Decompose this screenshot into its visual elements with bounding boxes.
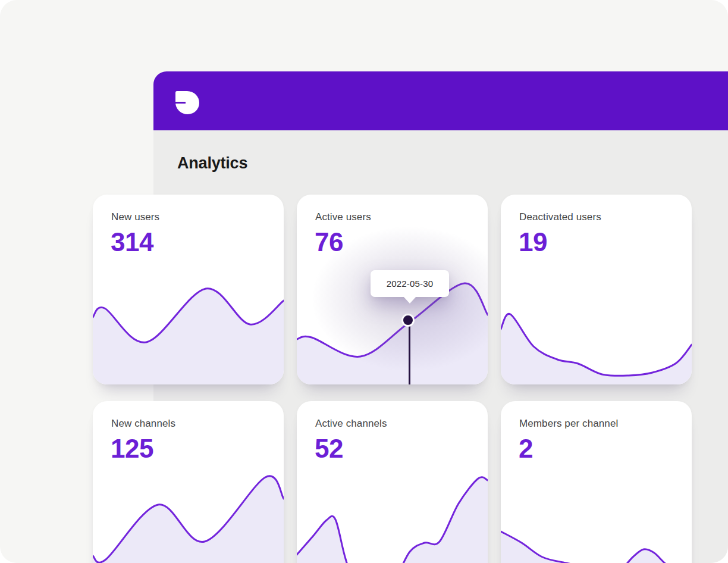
data-point-marker[interactable] (401, 314, 415, 327)
metric-value: 314 (111, 227, 153, 257)
metric-label: Active users (315, 211, 371, 223)
card-deactivated-users[interactable]: Deactivated users 19 (501, 195, 692, 384)
metric-label: Members per channel (519, 418, 618, 430)
card-active-channels[interactable]: Active channels 52 (297, 401, 488, 563)
card-active-users[interactable]: Active users 76 2022-05-30 (297, 195, 488, 384)
metric-label: Active channels (315, 418, 387, 430)
metric-value: 19 (519, 227, 547, 257)
chart-tooltip: 2022-05-30 (371, 270, 449, 297)
card-members-per-channel[interactable]: Members per channel 2 (501, 401, 692, 563)
tooltip-pointer-icon (403, 296, 416, 304)
marker-vertical-line (409, 322, 410, 384)
metric-value: 125 (111, 434, 153, 464)
metric-value: 76 (315, 227, 343, 257)
metric-value: 2 (519, 434, 533, 464)
page-title: Analytics (177, 154, 247, 173)
drift-logo-icon[interactable] (175, 91, 199, 114)
logo-notch (175, 102, 186, 104)
metric-label: New users (111, 211, 159, 223)
card-new-users[interactable]: New users 314 (93, 195, 284, 384)
card-new-channels[interactable]: New channels 125 (93, 401, 284, 563)
top-nav-bar (153, 71, 728, 130)
metric-label: Deactivated users (519, 211, 601, 223)
metric-value: 52 (315, 434, 343, 464)
metrics-cards-grid: New users 314 Active users 76 2022-05-30… (93, 195, 692, 563)
tooltip-date: 2022-05-30 (387, 279, 434, 289)
metric-label: New channels (111, 418, 175, 430)
app-canvas: Analytics New users 314 Active users 76 … (0, 0, 728, 563)
